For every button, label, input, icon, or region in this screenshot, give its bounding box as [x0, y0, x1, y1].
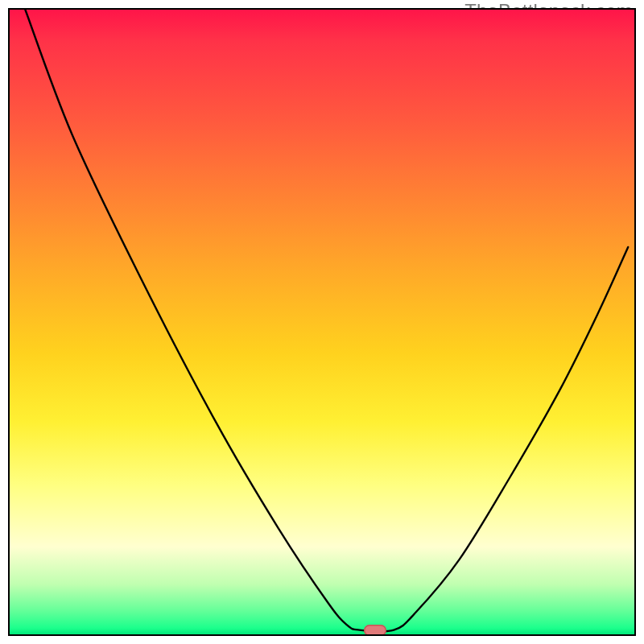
bottleneck-chart: TheBottleneck.com — [0, 0, 644, 644]
optimal-point-marker — [364, 625, 386, 634]
plot-area — [10, 10, 634, 634]
bottleneck-curve-path — [25, 10, 628, 631]
curve-layer — [10, 10, 634, 634]
